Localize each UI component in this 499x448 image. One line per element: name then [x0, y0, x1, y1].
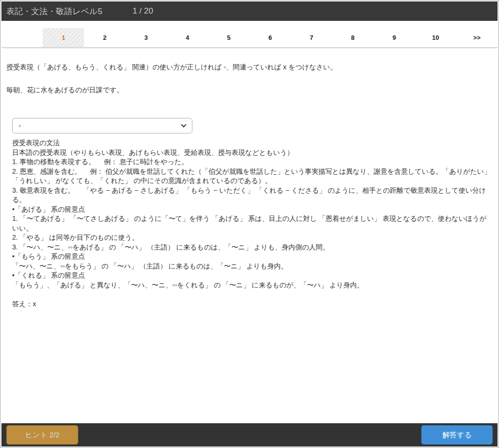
page-tab-2[interactable]: 2: [84, 28, 125, 47]
question-progress: 1 / 20: [133, 6, 154, 16]
quiz-window: 表記・文法・敬語レベル5 1 / 20 1 2 3 4 5 6 7 8 9 10…: [0, 0, 499, 448]
question-instruction: 授受表現（「あげる、もらう、くれる」 関連）の使い方が正しければ ◦、間違ってい…: [6, 62, 492, 72]
question-sentence: 毎朝、花に水をあげるのが日課です。: [6, 85, 492, 95]
page-tab-6[interactable]: 6: [249, 28, 291, 47]
pagination-spacer: [1, 28, 43, 47]
page-tab-3[interactable]: 3: [125, 28, 167, 47]
page-tab-4[interactable]: 4: [167, 28, 208, 47]
answer-select-value: ◦: [18, 122, 21, 130]
question-panel: 授受表現（「あげる、もらう、くれる」 関連）の使い方が正しければ ◦、間違ってい…: [4, 48, 495, 309]
question-pagination: 1 2 3 4 5 6 7 8 9 10 >>: [1, 28, 498, 48]
page-tab-next[interactable]: >>: [456, 28, 498, 47]
answer-text: 答え：x: [12, 299, 492, 309]
page-tab-5[interactable]: 5: [208, 28, 249, 47]
page-tab-8[interactable]: 8: [332, 28, 374, 47]
submit-button[interactable]: 解答する: [421, 425, 493, 445]
page-title: 表記・文法・敬語レベル5: [6, 6, 103, 17]
page-tab-7[interactable]: 7: [291, 28, 332, 47]
page-tab-1[interactable]: 1: [43, 28, 84, 47]
footer-bar: ヒント 2/2 解答する: [1, 423, 498, 447]
header-bar: 表記・文法・敬語レベル5 1 / 20: [1, 1, 498, 21]
page-tab-10[interactable]: 10: [415, 28, 456, 47]
chevron-down-icon: [181, 122, 186, 127]
page-tab-9[interactable]: 9: [374, 28, 415, 47]
hint-explanation: 授受表現の文法 日本語の授受表現（やりもらい表現、あげもらい表現、受給表現、授与…: [12, 138, 492, 290]
hint-button[interactable]: ヒント 2/2: [6, 425, 78, 445]
answer-select[interactable]: ◦: [12, 118, 192, 133]
